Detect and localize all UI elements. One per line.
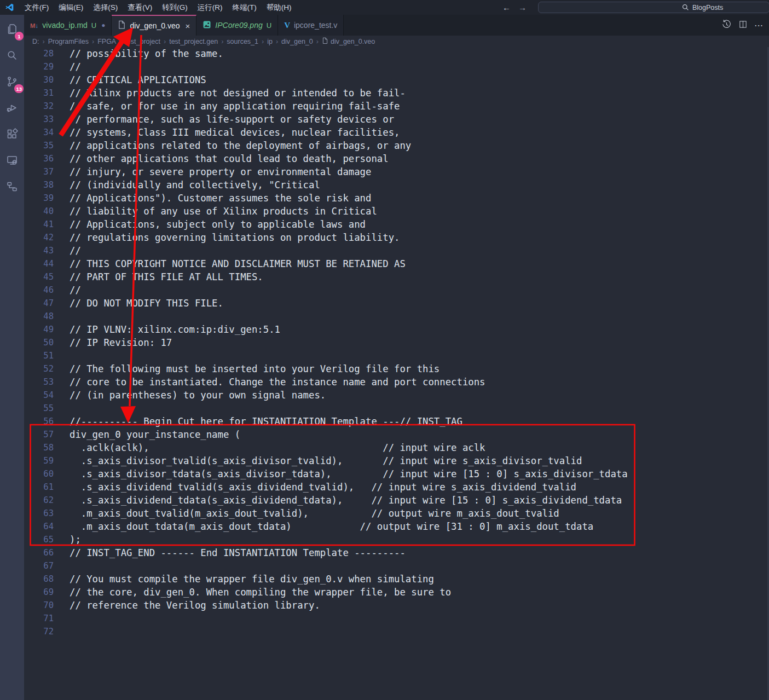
- chevron-right-icon: ›: [119, 38, 122, 45]
- code-line-53[interactable]: 53// core to be instantiated. Change the…: [24, 375, 769, 389]
- code-line-47[interactable]: 47// DO NOT MODIFY THIS FILE.: [24, 297, 769, 310]
- code-line-56[interactable]: 56//---------- Begin Cut here for INSTAN…: [24, 415, 769, 428]
- activity-item-remote-explorer[interactable]: [3, 153, 21, 170]
- code-line-33[interactable]: 33// performance, such as life-support o…: [24, 113, 769, 126]
- line-number: 57: [24, 428, 54, 441]
- code-line-59[interactable]: 59 .s_axis_divisor_tvalid(s_axis_divisor…: [24, 454, 769, 467]
- code-line-42[interactable]: 42// regulations governing limitations o…: [24, 231, 769, 244]
- ellipsis-icon[interactable]: ⋯: [754, 20, 764, 31]
- code-line-55[interactable]: 55: [24, 402, 769, 415]
- activity-item-source-control[interactable]: 13: [3, 74, 21, 91]
- image-icon: [203, 20, 211, 31]
- close-icon[interactable]: ×: [186, 22, 190, 30]
- code-line-58[interactable]: 58 .aclk(aclk), // input wire aclk: [24, 441, 769, 454]
- code-line-68[interactable]: 68// You must compile the wrapper file d…: [24, 572, 769, 586]
- tab-IPCore09.png[interactable]: IPCore09.pngU: [196, 15, 278, 36]
- code-line-28[interactable]: 28// possibility of the same.: [24, 47, 769, 60]
- line-number: 38: [24, 178, 54, 192]
- code-line-63[interactable]: 63 .m_axis_dout_tvalid(m_axis_dout_tvali…: [24, 507, 769, 520]
- code-line-60[interactable]: 60 .s_axis_divisor_tdata(s_axis_divisor_…: [24, 467, 769, 481]
- menu-item-7[interactable]: 帮助(H): [262, 0, 297, 15]
- activity-item-extensions[interactable]: [3, 126, 21, 144]
- code-line-69[interactable]: 69// the core, div_gen_0. When compiling…: [24, 586, 769, 599]
- line-number: 60: [24, 467, 54, 481]
- menu-item-0[interactable]: 文件(F): [20, 0, 54, 15]
- code-line-64[interactable]: 64 .m_axis_dout_tdata(m_axis_dout_tdata)…: [24, 520, 769, 533]
- code-line-39[interactable]: 39// Applications"). Customer assumes th…: [24, 192, 769, 205]
- vscode-logo-icon: [5, 3, 14, 12]
- breadcrumb-item[interactable]: FPGA: [97, 38, 116, 45]
- tab-ipcore_test.v[interactable]: Vipcore_test.v: [278, 15, 344, 36]
- code-line-57[interactable]: 57div_gen_0 your_instance_name (: [24, 428, 769, 441]
- code-text: //---------- Begin Cut here for INSTANTI…: [54, 415, 462, 428]
- activity-item-explorer[interactable]: 1: [3, 21, 21, 39]
- breadcrumb-item[interactable]: div_gen_0: [281, 38, 313, 45]
- menu-item-5[interactable]: 运行(R): [193, 0, 228, 15]
- activity-item-hierarchy[interactable]: [3, 179, 21, 196]
- code-line-36[interactable]: 36// other applications that could lead …: [24, 152, 769, 165]
- hierarchy-icon: [5, 180, 19, 195]
- code-editor[interactable]: 28// possibility of the same.29//30// CR…: [24, 47, 769, 700]
- breadcrumb-item[interactable]: test_project.gen: [169, 38, 218, 45]
- code-line-54[interactable]: 54// (in parentheses) to your own signal…: [24, 389, 769, 402]
- code-line-43[interactable]: 43//: [24, 244, 769, 257]
- code-line-49[interactable]: 49// IP VLNV: xilinx.com:ip:div_gen:5.1: [24, 323, 769, 336]
- tab-label: ipcore_test.v: [294, 21, 337, 30]
- forward-arrow-icon[interactable]: →: [518, 3, 527, 12]
- code-text: // the core, div_gen_0. When compiling t…: [54, 586, 451, 599]
- line-number: 33: [24, 113, 54, 126]
- code-line-50[interactable]: 50// IP Revision: 17: [24, 336, 769, 349]
- code-text: // The following must be inserted into y…: [54, 362, 440, 375]
- split-editor-icon[interactable]: [738, 20, 748, 31]
- activity-item-run-debug[interactable]: [3, 100, 21, 118]
- modified-dot-icon[interactable]: ●: [101, 21, 105, 29]
- line-number: 46: [24, 284, 54, 297]
- tab-label: vivado_ip.md: [42, 21, 88, 30]
- tab-div_gen_0.veo[interactable]: div_gen_0.veo×: [112, 15, 196, 36]
- code-line-35[interactable]: 35// applications related to the deploym…: [24, 139, 769, 152]
- code-line-45[interactable]: 45// PART OF THIS FILE AT ALL TIMES.: [24, 270, 769, 284]
- menu-item-3[interactable]: 查看(V): [123, 0, 157, 15]
- code-line-40[interactable]: 40// liability of any use of Xilinx prod…: [24, 205, 769, 218]
- line-number: 55: [24, 402, 54, 415]
- code-line-30[interactable]: 30// CRITICAL APPLICATIONS: [24, 73, 769, 86]
- breadcrumb-item[interactable]: ProgramFiles: [48, 38, 89, 45]
- menu-item-2[interactable]: 选择(S): [88, 0, 123, 15]
- tab-vivado_ip.md[interactable]: M↓vivado_ip.mdU●: [24, 15, 112, 36]
- code-line-29[interactable]: 29//: [24, 60, 769, 73]
- activity-item-search[interactable]: [3, 48, 21, 65]
- code-line-71[interactable]: 71: [24, 612, 769, 625]
- code-line-70[interactable]: 70// reference the Verilog simulation li…: [24, 599, 769, 612]
- code-line-72[interactable]: 72: [24, 625, 769, 638]
- command-center-search[interactable]: BlogPosts: [538, 2, 769, 13]
- breadcrumb-item[interactable]: test_project: [125, 38, 160, 45]
- code-line-66[interactable]: 66// INST_TAG_END ------ End INSTANTIATI…: [24, 546, 769, 559]
- code-line-44[interactable]: 44// THIS COPYRIGHT NOTICE AND DISCLAIME…: [24, 257, 769, 270]
- code-line-48[interactable]: 48: [24, 310, 769, 323]
- line-number: 34: [24, 126, 54, 139]
- code-line-37[interactable]: 37// injury, or severe property or envir…: [24, 165, 769, 178]
- code-line-61[interactable]: 61 .s_axis_dividend_tvalid(s_axis_divide…: [24, 481, 769, 494]
- breadcrumb-item[interactable]: ip: [267, 38, 273, 45]
- code-line-41[interactable]: 41// Applications, subject only to appli…: [24, 218, 769, 231]
- back-arrow-icon[interactable]: ←: [502, 3, 511, 12]
- code-line-62[interactable]: 62 .s_axis_dividend_tdata(s_axis_dividen…: [24, 494, 769, 507]
- code-line-46[interactable]: 46//: [24, 284, 769, 297]
- history-icon[interactable]: [721, 19, 732, 32]
- code-line-52[interactable]: 52// The following must be inserted into…: [24, 362, 769, 375]
- breadcrumb-item[interactable]: D:: [32, 38, 39, 45]
- code-line-38[interactable]: 38// (individually and collectively, "Cr…: [24, 178, 769, 192]
- menu-item-4[interactable]: 转到(G): [157, 0, 193, 15]
- chevron-right-icon: ›: [262, 38, 264, 45]
- menu-item-1[interactable]: 编辑(E): [54, 0, 88, 15]
- breadcrumb-item-file[interactable]: div_gen_0.veo: [322, 37, 375, 46]
- code-line-65[interactable]: 65);: [24, 533, 769, 546]
- menu-item-6[interactable]: 终端(T): [228, 0, 262, 15]
- code-line-32[interactable]: 32// safe, or for use in any application…: [24, 100, 769, 113]
- code-line-51[interactable]: 51: [24, 349, 769, 362]
- code-line-34[interactable]: 34// systems, Class III medical devices,…: [24, 126, 769, 139]
- breadcrumb-item[interactable]: sources_1: [227, 38, 258, 45]
- code-line-31[interactable]: 31// Xilinx products are not designed or…: [24, 86, 769, 100]
- code-line-67[interactable]: 67: [24, 559, 769, 572]
- remote-icon: [5, 154, 19, 169]
